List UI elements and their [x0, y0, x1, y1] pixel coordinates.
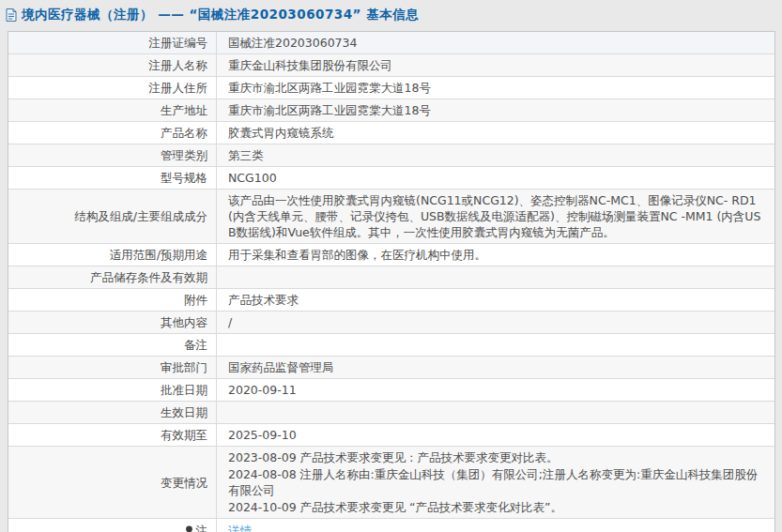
row-label-text: 注册人名称	[149, 57, 208, 73]
row-label-text: 产品名称	[161, 125, 207, 141]
info-table: 注册证编号国械注准20203060734注册人名称重庆金山科技集团股份有限公司注…	[8, 31, 775, 532]
page-header: 境内医疗器械（注册） —— “国械注准20203060734” 基本信息	[0, 0, 782, 31]
row-label: 其他内容	[8, 312, 217, 333]
details-link[interactable]: 详情	[228, 524, 252, 532]
table-row: 生效日期	[8, 402, 774, 424]
table-row: 注详情	[8, 519, 774, 532]
row-label-text: 型号规格	[161, 170, 207, 186]
row-label: 备注	[8, 334, 217, 356]
row-label-text: 其他内容	[161, 314, 207, 330]
table-row: 管理类别第三类	[8, 144, 774, 167]
bulb-icon	[185, 525, 193, 532]
row-label: 管理类别	[8, 144, 217, 166]
row-label-text: 适用范围/预期用途	[110, 247, 207, 263]
row-label: 生效日期	[8, 402, 217, 423]
table-row: 注册证编号国械注准20203060734	[8, 32, 774, 54]
row-value: 该产品由一次性使用胶囊式胃内窥镜(NCG11或NCG12)、姿态控制器NC-MC…	[217, 190, 774, 243]
table-row: 注册人名称重庆金山科技集团股份有限公司	[8, 54, 774, 77]
row-label-text: 生效日期	[161, 404, 207, 420]
row-label: 产品储存条件及有效期	[8, 266, 217, 288]
row-label: 结构及组成/主要组成成分	[8, 190, 217, 243]
table-row: 备注	[8, 334, 774, 357]
row-label: 型号规格	[8, 167, 217, 189]
table-row: 变更情况2023-08-09 产品技术要求变更见：产品技术要求变更对比表。202…	[8, 447, 774, 519]
row-label-text: 注册证编号	[149, 35, 208, 51]
table-row: 型号规格NCG100	[8, 167, 774, 190]
page: 境内医疗器械（注册） —— “国械注准20203060734” 基本信息 注册证…	[0, 0, 782, 532]
table-row: 批准日期2020-09-11	[8, 379, 774, 402]
row-label-text: 产品储存条件及有效期	[90, 269, 207, 285]
row-label: 生产地址	[8, 99, 217, 121]
table-row: 产品名称胶囊式胃内窥镜系统	[8, 122, 774, 144]
row-label: 变更情况	[8, 447, 217, 518]
table-row: 生产地址重庆市渝北区两路工业园霓棠大道18号	[8, 99, 774, 122]
table-row: 结构及组成/主要组成成分该产品由一次性使用胶囊式胃内窥镜(NCG11或NCG12…	[8, 190, 774, 244]
row-label-text: 有效期至	[161, 427, 207, 443]
table-row: 产品储存条件及有效期	[8, 266, 774, 289]
row-value: 用于采集和查看胃部的图像，在医疗机构中使用。	[217, 244, 774, 266]
table-row: 审批部门国家药品监督管理局	[8, 357, 774, 379]
row-value: 国家药品监督管理局	[217, 357, 774, 378]
row-label: 注册人名称	[8, 54, 217, 76]
table-row: 其他内容/	[8, 312, 774, 334]
row-value: 国械注准20203060734	[217, 32, 774, 53]
row-label: 附件	[8, 289, 217, 311]
change-record-line: 2024-10-09 产品技术要求变更见 “产品技术要求变化对比表”。	[228, 499, 761, 516]
table-row: 适用范围/预期用途用于采集和查看胃部的图像，在医疗机构中使用。	[8, 244, 774, 266]
row-label-text: 备注	[184, 337, 207, 353]
row-value: 2025-09-10	[217, 424, 774, 446]
row-value: 胶囊式胃内窥镜系统	[217, 122, 774, 144]
row-label-text: 生产地址	[161, 102, 207, 118]
row-value: NCG100	[217, 167, 774, 189]
row-label: 适用范围/预期用途	[8, 244, 217, 266]
row-value: /	[217, 312, 774, 333]
row-value	[217, 410, 774, 416]
row-label-text: 批准日期	[161, 382, 207, 398]
row-label: 审批部门	[8, 357, 217, 378]
row-value	[217, 342, 774, 348]
row-label-text: 注册人住所	[149, 80, 208, 96]
row-label: 注册证编号	[8, 32, 217, 53]
row-label-text: 变更情况	[161, 475, 207, 491]
row-label: 批准日期	[8, 379, 217, 401]
row-value: 2023-08-09 产品技术要求变更见：产品技术要求变更对比表。2024-08…	[217, 447, 774, 518]
row-label: 注	[8, 519, 217, 532]
row-label-text: 结构及组成/主要组成成分	[74, 208, 207, 224]
row-label-text: 注	[196, 523, 208, 532]
row-value	[217, 275, 774, 281]
table-row: 注册人住所重庆市渝北区两路工业园霓棠大道18号	[8, 77, 774, 99]
table-row: 附件产品技术要求	[8, 289, 774, 312]
row-label-text: 管理类别	[161, 147, 207, 163]
page-title: 境内医疗器械（注册） —— “国械注准20203060734” 基本信息	[22, 7, 419, 23]
row-value: 第三类	[217, 144, 774, 166]
row-label: 注册人住所	[8, 77, 217, 99]
row-value: 详情	[217, 520, 774, 532]
row-label: 有效期至	[8, 424, 217, 446]
document-icon	[6, 8, 17, 22]
row-value: 产品技术要求	[217, 289, 774, 311]
row-value: 重庆市渝北区两路工业园霓棠大道18号	[217, 99, 774, 121]
table-row: 有效期至2025-09-10	[8, 424, 774, 447]
row-value: 2020-09-11	[217, 379, 774, 401]
row-label: 产品名称	[8, 122, 217, 144]
row-value: 重庆市渝北区两路工业园霓棠大道18号	[217, 77, 774, 99]
change-record-line: 2024-08-08 注册人名称由:重庆金山科技（集团）有限公司;注册人名称变更…	[228, 466, 761, 499]
row-value: 重庆金山科技集团股份有限公司	[217, 54, 774, 76]
row-label-text: 审批部门	[161, 359, 207, 375]
change-record-line: 2023-08-09 产品技术要求变更见：产品技术要求变更对比表。	[228, 449, 761, 466]
row-label-text: 附件	[184, 292, 207, 308]
